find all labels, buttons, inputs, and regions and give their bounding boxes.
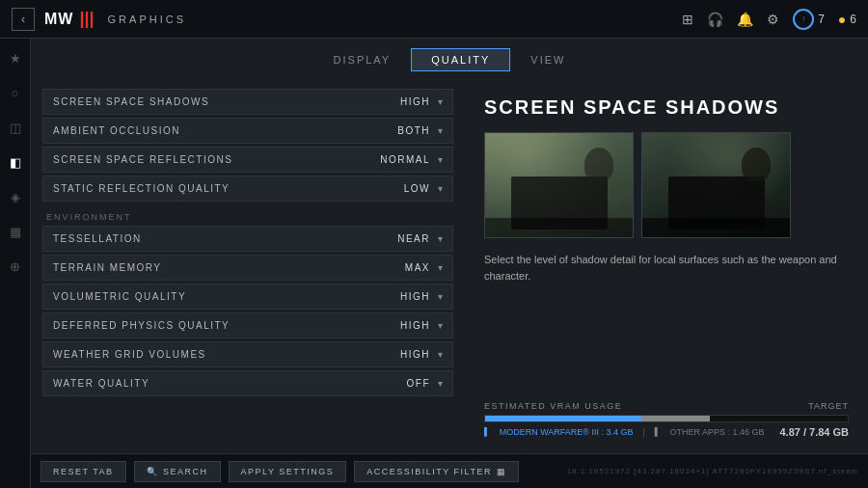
tabs-row: DISPLAY QUALITY VIEW — [31, 39, 868, 81]
setting-row-tessellation[interactable]: TESSELLATION NEAR ▾ — [42, 226, 453, 252]
setting-value-row-weather-grid: HIGH ▾ — [400, 349, 443, 360]
system-info: 18.1.18521972 [43.287.18024+1] ATT7280FY… — [567, 467, 858, 475]
setting-value-terrain-memory: MAX — [405, 262, 430, 273]
back-icon: ‹ — [21, 13, 25, 26]
search-button-inner: 🔍 SEARCH — [147, 467, 208, 476]
preview-image-2-inner — [642, 133, 790, 237]
topbar-left: ‹ MW ||| GRAPHICS — [12, 8, 186, 31]
setting-row-deferred-physics[interactable]: DEFERRED PHYSICS QUALITY HIGH ▾ — [42, 312, 453, 339]
vram-section: ESTIMATED VRAM USAGE TARGET ▌ MODERN WAR… — [484, 401, 849, 438]
bottom-bar: RESET TAB 🔍 SEARCH APPLY SETTINGS ACCESS… — [31, 453, 868, 488]
gear-icon[interactable]: ⚙ — [767, 12, 779, 27]
vram-estimated-label: ESTIMATED VRAM USAGE — [484, 401, 622, 411]
logo-accent: ||| — [79, 9, 94, 29]
setting-value-row-ambient-occlusion: BOTH ▾ — [397, 125, 443, 136]
setting-label-static-reflection: STATIC REFLECTION QUALITY — [53, 183, 230, 194]
chevron-icon-terrain-memory: ▾ — [438, 262, 443, 273]
reset-tab-button[interactable]: RESET TAB — [41, 461, 126, 482]
grid-icon[interactable]: ⊞ — [682, 12, 693, 27]
environment-section-label: ENVIRONMENT — [42, 204, 453, 226]
setting-row-water-quality[interactable]: WATER QUALITY OFF ▾ — [42, 370, 453, 396]
coin-icon: ● — [838, 12, 846, 27]
setting-label-screen-space-shadows: SCREEN SPACE SHADOWS — [53, 96, 209, 107]
coin-count: 6 — [850, 13, 856, 26]
vram-bar-container — [484, 415, 849, 422]
info-panel-scroll: SCREEN SPACE SHADOWS — [484, 96, 849, 438]
setting-label-screen-space-reflections: SCREEN SPACE REFLECTIONS — [53, 154, 232, 165]
sidebar-icon-graphics[interactable]: ◧ — [6, 152, 25, 172]
xp-display: ↑ 7 — [793, 9, 825, 30]
setting-row-screen-space-shadows[interactable]: SCREEN SPACE SHADOWS HIGH ▾ — [42, 89, 453, 115]
chevron-icon-water-quality: ▾ — [438, 378, 443, 389]
accessibility-filter-inner: ACCESSIBILITY FILTER ▦ — [366, 467, 506, 476]
chevron-icon-static-reflection: ▾ — [438, 183, 443, 194]
search-label: SEARCH — [163, 467, 208, 476]
xp-circle: ↑ — [793, 9, 814, 30]
sidebar-icon-sound[interactable]: ◈ — [6, 187, 25, 206]
vram-total: 4.87 / 7.84 GB — [779, 426, 849, 438]
topbar-right: ⊞ 🎧 🔔 ⚙ ↑ 7 ● 6 — [682, 9, 856, 30]
setting-value-ambient-occlusion: BOTH — [397, 125, 430, 136]
apply-settings-button[interactable]: APPLY SETTINGS — [229, 461, 347, 482]
setting-row-ambient-occlusion[interactable]: AMBIENT OCCLUSION BOTH ▾ — [42, 118, 453, 144]
chevron-icon-ambient-occlusion: ▾ — [438, 125, 443, 136]
main-content: DISPLAY QUALITY VIEW SCREEN SPACE SHADOW… — [31, 39, 868, 488]
setting-value-weather-grid: HIGH — [400, 349, 430, 360]
setting-value-tessellation: NEAR — [397, 233, 430, 244]
vram-target-label: TARGET — [808, 401, 849, 411]
vram-labels: ESTIMATED VRAM USAGE TARGET — [484, 401, 849, 411]
character-helmet-2 — [742, 148, 771, 181]
content-area: SCREEN SPACE SHADOWS HIGH ▾ AMBIENT OCCL… — [31, 81, 868, 453]
headset-icon[interactable]: 🎧 — [707, 12, 723, 27]
bell-icon[interactable]: 🔔 — [737, 12, 753, 27]
sidebar-icon-plus[interactable]: ⊕ — [6, 257, 25, 276]
sidebar-icon-circle[interactable]: ○ — [6, 83, 25, 102]
shadow-overlay-1 — [485, 218, 633, 237]
coins-display: ● 6 — [838, 12, 856, 27]
search-icon: 🔍 — [147, 467, 159, 476]
vram-breakdown: ▌ MODERN WARFARE® III : 3.4 GB | ▌ OTHER… — [484, 427, 765, 437]
setting-row-terrain-memory[interactable]: TERRAIN MEMORY MAX ▾ — [42, 255, 453, 281]
preview-image-1 — [484, 132, 634, 238]
setting-value-row-volumetric-quality: HIGH ▾ — [400, 291, 443, 302]
setting-value-row-terrain-memory: MAX ▾ — [405, 262, 443, 273]
xp-level: 7 — [818, 13, 825, 26]
page-title: GRAPHICS — [108, 14, 186, 25]
preview-images — [484, 132, 849, 238]
setting-value-row-water-quality: OFF ▾ — [407, 378, 444, 389]
game-logo: MW ||| — [44, 9, 95, 29]
setting-value-volumetric-quality: HIGH — [400, 291, 430, 302]
setting-label-tessellation: TESSELLATION — [53, 233, 142, 244]
character-helmet-1 — [584, 148, 613, 181]
vram-bar-mw — [485, 416, 641, 421]
sidebar: ★ ○ ◫ ◧ ◈ ▦ ⊕ — [0, 39, 31, 488]
tab-view[interactable]: VIEW — [510, 48, 585, 71]
accessibility-filter-button[interactable]: ACCESSIBILITY FILTER ▦ — [354, 461, 519, 482]
vram-mw-label: MODERN WARFARE® III : 3.4 GB — [500, 427, 634, 437]
setting-row-volumetric-quality[interactable]: VOLUMETRIC QUALITY HIGH ▾ — [42, 284, 453, 310]
setting-label-ambient-occlusion: AMBIENT OCCLUSION — [53, 125, 180, 136]
chevron-icon-volumetric-quality: ▾ — [438, 291, 443, 302]
setting-label-weather-grid: WEATHER GRID VOLUMES — [53, 349, 206, 360]
search-button[interactable]: 🔍 SEARCH — [134, 461, 221, 482]
setting-row-weather-grid[interactable]: WEATHER GRID VOLUMES HIGH ▾ — [42, 341, 453, 367]
tab-quality[interactable]: QUALITY — [411, 48, 510, 71]
setting-value-row-tessellation: NEAR ▾ — [397, 233, 443, 244]
vram-separator: | — [643, 427, 645, 437]
setting-row-screen-space-reflections[interactable]: SCREEN SPACE REFLECTIONS NORMAL ▾ — [42, 147, 453, 173]
sidebar-icon-star[interactable]: ★ — [6, 48, 25, 68]
setting-label-deferred-physics: DEFERRED PHYSICS QUALITY — [53, 320, 230, 331]
setting-label-terrain-memory: TERRAIN MEMORY — [53, 262, 162, 273]
preview-image-1-inner — [485, 133, 633, 237]
chevron-icon-screen-space-reflections: ▾ — [438, 154, 443, 165]
setting-value-deferred-physics: HIGH — [400, 320, 430, 331]
tab-display[interactable]: DISPLAY — [313, 48, 412, 71]
setting-row-static-reflection[interactable]: STATIC REFLECTION QUALITY LOW ▾ — [42, 176, 453, 202]
preview-image-2 — [641, 132, 791, 238]
chevron-icon-tessellation: ▾ — [438, 233, 443, 244]
chevron-icon-deferred-physics: ▾ — [438, 320, 443, 331]
sidebar-icon-controller[interactable]: ◫ — [6, 118, 25, 137]
back-button[interactable]: ‹ — [12, 8, 35, 31]
setting-label-volumetric-quality: VOLUMETRIC QUALITY — [53, 291, 186, 302]
sidebar-icon-grid[interactable]: ▦ — [6, 222, 25, 241]
